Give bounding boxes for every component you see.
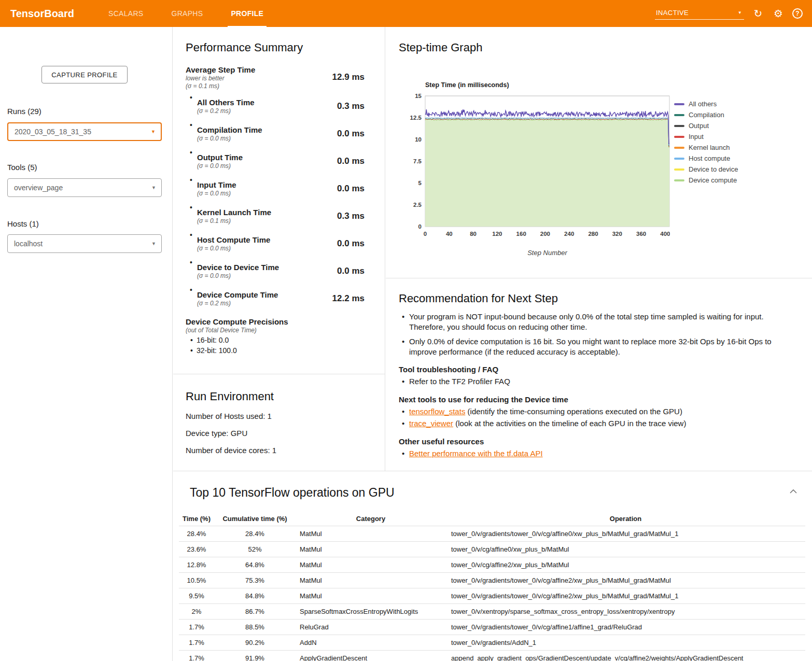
faq-heading: Tool troubleshooting / FAQ bbox=[399, 365, 790, 374]
hosts-dropdown[interactable]: localhost ▼ bbox=[7, 234, 162, 253]
cell-operation: tower_0/v/gradients/tower_0/v/cg/affine2… bbox=[446, 573, 805, 588]
metric-value: 12.9 ms bbox=[332, 72, 365, 82]
top-ops-table: Time (%) Cumulative time (%) Category Op… bbox=[179, 512, 805, 661]
legend-item[interactable]: Device to device bbox=[674, 164, 738, 175]
resources-list: Better performance with the tf.data API bbox=[399, 448, 790, 459]
run-environment-section: Run Environment Number of Hosts used: 1D… bbox=[173, 374, 385, 471]
bullet bbox=[190, 175, 197, 184]
tools-label: Tools (5) bbox=[7, 163, 37, 172]
tensorboard-profile-page: TensorBoard SCALARS GRAPHS PROFILE INACT… bbox=[0, 0, 812, 661]
legend-item[interactable]: Device compute bbox=[674, 175, 738, 186]
hosts-dropdown-value: localhost bbox=[14, 240, 43, 248]
cell-category: MatMul bbox=[296, 573, 446, 588]
metric-value: 0.0 ms bbox=[337, 238, 365, 249]
performance-metric-row: Device Compute Time (σ = 0.2 ms) 12.2 ms bbox=[186, 285, 385, 312]
left-column: Performance Summary Average Step Time lo… bbox=[173, 27, 385, 471]
runs-label: Runs (29) bbox=[7, 107, 41, 116]
legend-label: Compilation bbox=[689, 111, 724, 119]
performance-metric-row: Host Compute Time (σ = 0.0 ms) 0.0 ms bbox=[186, 230, 385, 257]
svg-text:200: 200 bbox=[540, 231, 550, 237]
tab-scalars[interactable]: SCALARS bbox=[101, 0, 150, 27]
precisions-list: 16-bit: 0.032-bit: 100.0 bbox=[186, 336, 385, 355]
table-row: 1.7% 90.2% AddN tower_0/v/gradients/AddN… bbox=[179, 635, 805, 651]
metric-name: Output Time bbox=[197, 153, 337, 162]
capture-status-dropdown[interactable]: INACTIVE ▼ bbox=[655, 7, 744, 20]
collapse-chevron-icon[interactable] bbox=[789, 489, 797, 494]
svg-text:0: 0 bbox=[418, 223, 422, 230]
svg-text:280: 280 bbox=[588, 231, 598, 237]
faq-list: Refer to the TF2 Profiler FAQ bbox=[399, 376, 790, 387]
right-column: Step-time Graph Step Time (in millisecon… bbox=[386, 27, 812, 471]
bullet bbox=[190, 202, 197, 212]
capture-profile-button[interactable]: CAPTURE PROFILE bbox=[41, 66, 128, 83]
legend-item[interactable]: Input bbox=[674, 131, 738, 142]
table-row: 28.4% 28.4% MatMul tower_0/v/gradients/t… bbox=[179, 526, 805, 542]
cell-time: 1.7% bbox=[179, 651, 214, 661]
svg-text:80: 80 bbox=[470, 231, 477, 237]
metric-name: All Others Time bbox=[197, 98, 337, 107]
legend-item[interactable]: Kernel launch bbox=[674, 142, 738, 153]
hosts-label: Hosts (1) bbox=[7, 219, 39, 228]
tools-dropdown-value: overview_page bbox=[14, 184, 63, 192]
tools-dropdown[interactable]: overview_page ▼ bbox=[7, 178, 162, 197]
resource-item: Better performance with the tf.data API bbox=[399, 448, 790, 459]
cell-operation: append_apply_gradient_ops/GradientDescen… bbox=[446, 651, 805, 661]
tab-graphs[interactable]: GRAPHS bbox=[164, 0, 210, 27]
tool-link[interactable]: trace_viewer bbox=[409, 419, 453, 428]
cell-cumulative: 86.7% bbox=[214, 604, 296, 620]
legend-item[interactable]: Compilation bbox=[674, 109, 738, 120]
svg-text:160: 160 bbox=[516, 231, 526, 237]
tool-description: (identify the time-consuming operations … bbox=[465, 407, 682, 416]
device-compute-precisions: Device Compute Precisions (out of Total … bbox=[186, 317, 385, 355]
run-environment-line: Device type: GPU bbox=[186, 429, 385, 438]
metric-value: 0.3 ms bbox=[337, 101, 365, 111]
cell-category: MatMul bbox=[296, 588, 446, 604]
recommendation-section: Recommendation for Next Step Your progra… bbox=[386, 278, 812, 471]
legend-label: Host compute bbox=[689, 154, 730, 162]
metric-sigma: (σ = 0.0 ms) bbox=[197, 190, 337, 197]
table-row: 2% 86.7% SparseSoftmaxCrossEntropyWithLo… bbox=[179, 604, 805, 620]
bullet bbox=[190, 230, 197, 239]
average-step-time-row: Average Step Time lower is better (σ = 0… bbox=[186, 62, 385, 92]
metric-value: 0.0 ms bbox=[337, 156, 365, 166]
tool-link[interactable]: tensorflow_stats bbox=[409, 407, 465, 416]
metric-sigma: (σ = 0.1 ms) bbox=[197, 217, 337, 224]
legend-item[interactable]: All others bbox=[674, 99, 738, 109]
svg-text:240: 240 bbox=[564, 231, 574, 237]
metric-name: Kernel Launch Time bbox=[197, 208, 337, 217]
legend-item[interactable]: Output bbox=[674, 120, 738, 131]
nav-tabs: SCALARS GRAPHS PROFILE bbox=[94, 0, 277, 27]
gear-icon[interactable]: ⚙ bbox=[772, 8, 785, 19]
legend-item[interactable]: Host compute bbox=[674, 153, 738, 164]
legend-swatch bbox=[674, 114, 684, 116]
precision-item: 16-bit: 0.0 bbox=[186, 336, 385, 344]
svg-text:320: 320 bbox=[612, 231, 622, 237]
performance-metric-row: Compilation Time (σ = 0.0 ms) 0.0 ms bbox=[186, 120, 385, 147]
performance-metric-row: Input Time (σ = 0.0 ms) 0.0 ms bbox=[186, 175, 385, 202]
metric-sigma: (σ = 0.1 ms) bbox=[186, 82, 332, 90]
chevron-down-icon: ▼ bbox=[151, 129, 156, 134]
legend-swatch bbox=[674, 103, 684, 105]
runs-dropdown[interactable]: 2020_03_05_18_31_35 ▼ bbox=[7, 122, 162, 141]
legend-swatch bbox=[674, 158, 684, 160]
resource-link[interactable]: Better performance with the tf.data API bbox=[409, 449, 543, 458]
legend-label: Output bbox=[689, 122, 709, 130]
next-tools-heading: Next tools to use for reducing the Devic… bbox=[399, 395, 790, 404]
refresh-icon[interactable]: ↻ bbox=[752, 8, 764, 19]
tool-description: (look at the activities on the timeline … bbox=[453, 419, 686, 428]
metric-value: 0.3 ms bbox=[337, 211, 365, 221]
performance-metric-row: All Others Time (σ = 0.2 ms) 0.3 ms bbox=[186, 92, 385, 120]
next-tool-item: tensorflow_stats (identify the time-cons… bbox=[399, 406, 790, 417]
run-environment-line: Number of device cores: 1 bbox=[186, 446, 385, 455]
help-icon[interactable]: ? bbox=[792, 8, 803, 19]
bullet bbox=[190, 92, 197, 102]
bullet bbox=[190, 120, 197, 129]
tab-profile[interactable]: PROFILE bbox=[223, 0, 271, 27]
performance-metric-list: All Others Time (σ = 0.2 ms) 0.3 ms Comp… bbox=[186, 92, 385, 312]
metric-name: Compilation Time bbox=[197, 125, 337, 134]
metric-sigma: (σ = 0.2 ms) bbox=[197, 107, 337, 115]
col-category: Category bbox=[296, 512, 446, 526]
cell-operation: tower_0/v/gradients/AddN_1 bbox=[446, 635, 805, 651]
faq-item: Refer to the TF2 Profiler FAQ bbox=[399, 376, 790, 387]
metric-note: lower is better bbox=[186, 75, 332, 82]
